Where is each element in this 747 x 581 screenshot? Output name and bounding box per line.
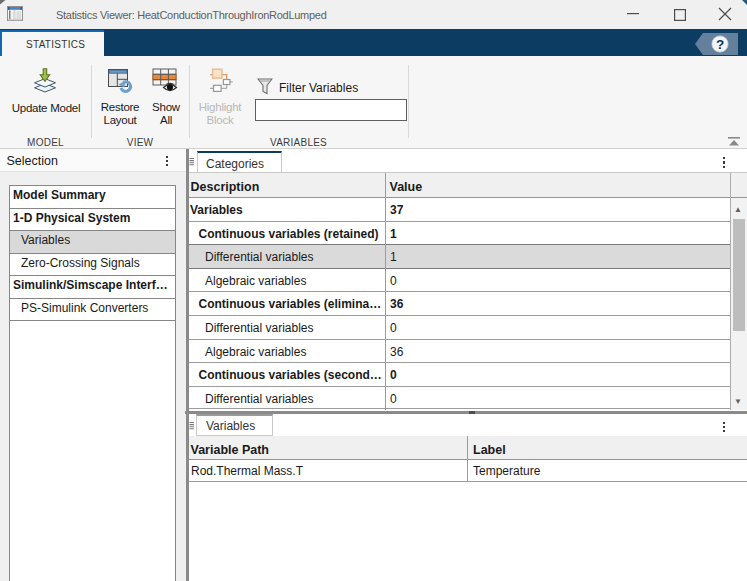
svg-text:?: ? (716, 37, 724, 52)
